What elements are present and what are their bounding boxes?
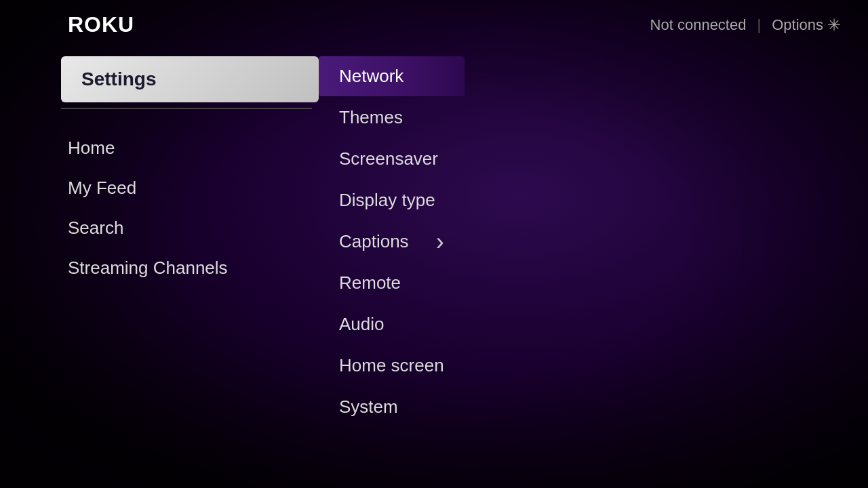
left-menu: Home My Feed Search Streaming Channels (61, 129, 319, 287)
connection-status: Not connected (650, 16, 747, 34)
main-content: Settings Home My Feed Search Streaming C… (0, 56, 868, 427)
header-divider: | (757, 16, 761, 34)
header-right: Not connected | Options ✳ (650, 16, 841, 35)
right-section: Network Themes Screensaver Display type … (319, 56, 465, 427)
asterisk-icon: ✳ (827, 16, 841, 35)
sidebar-item-search[interactable]: Search (61, 209, 319, 247)
left-panel: Settings Home My Feed Search Streaming C… (61, 56, 319, 427)
roku-logo: ROKU (68, 12, 134, 37)
settings-item-network[interactable]: Network (319, 56, 465, 96)
settings-item-home-screen[interactable]: Home screen (319, 346, 465, 386)
settings-item-themes[interactable]: Themes (319, 98, 465, 138)
sidebar-item-streaming-channels[interactable]: Streaming Channels (61, 249, 319, 287)
options-button[interactable]: Options ✳ (772, 16, 841, 35)
settings-item-screensaver[interactable]: Screensaver (319, 139, 465, 179)
settings-title: Settings (81, 68, 156, 89)
options-label: Options (772, 16, 823, 34)
settings-title-box: Settings (61, 56, 319, 102)
header: ROKU Not connected | Options ✳ (0, 0, 868, 49)
settings-item-system[interactable]: System (319, 387, 465, 427)
settings-item-remote[interactable]: Remote (319, 263, 465, 303)
sidebar-item-home[interactable]: Home (61, 129, 319, 167)
sidebar-item-my-feed[interactable]: My Feed (61, 169, 319, 207)
app-container: ROKU Not connected | Options ✳ Settings … (0, 0, 868, 488)
settings-item-display-type[interactable]: Display type (319, 180, 465, 220)
chevron-right-icon: › (436, 228, 444, 256)
settings-divider (61, 108, 312, 109)
settings-item-audio[interactable]: Audio (319, 304, 465, 344)
